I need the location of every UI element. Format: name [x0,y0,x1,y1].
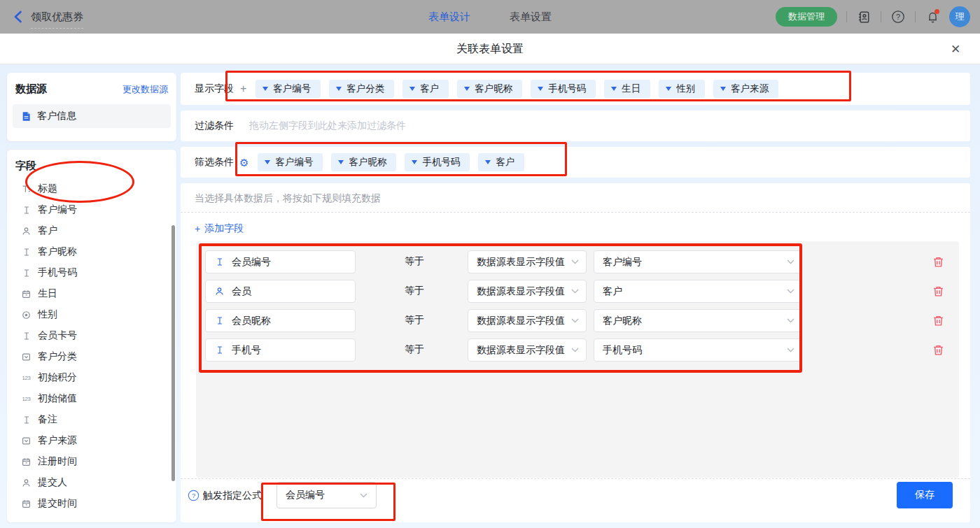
delete-rule-trash-icon[interactable] [932,285,944,297]
display-field-tag[interactable]: 生日 [604,80,650,98]
screen-condition-tag[interactable]: 客户昵称 [331,153,396,171]
chevron-down-icon [571,259,579,264]
notification-bell-icon[interactable] [925,9,940,24]
field-item[interactable]: 生日 [7,283,176,304]
screen-condition-tags: 客户编号客户昵称手机号码客户 [258,153,524,171]
screen-condition-tag[interactable]: 手机号码 [405,153,470,171]
rule-operator: 等于 [405,285,424,297]
display-field-tag[interactable]: 客户编号 [255,80,321,98]
datasource-item-selected[interactable]: 客户信息 [13,104,171,128]
field-item-label: 客户分类 [38,350,77,363]
field-item[interactable]: 客户 [7,220,176,241]
close-icon[interactable]: ✕ [948,41,963,57]
text-field-icon [21,331,31,341]
fields-list: 标题客户编号客户客户昵称手机号码生日性别会员卡号客户分类123初始积分123初始… [7,178,176,514]
tab-form-settings[interactable]: 表单设置 [510,10,552,24]
display-field-tag[interactable]: 客户来源 [713,80,778,98]
field-item[interactable]: 性别 [7,304,176,325]
screen-condition-tag[interactable]: 客户 [478,153,524,171]
form-title[interactable]: 领取优惠券 [31,10,83,24]
rule-target-field[interactable]: 会员 [205,280,356,303]
field-item[interactable]: 客户编号 [7,199,176,220]
rule-source-value: 数据源表显示字段值 [477,256,565,269]
field-item[interactable]: 注册时间 [7,451,176,472]
field-item[interactable]: 提交人 [7,472,176,493]
display-field-tag[interactable]: 性别 [659,80,705,98]
fields-scrollbar[interactable] [172,225,175,481]
data-manage-button[interactable]: 数据管理 [776,7,837,27]
field-item-label: 备注 [38,413,57,426]
trigger-formula-select[interactable]: 会员编号 [276,482,377,508]
add-field-button[interactable]: + 添加字段 [195,222,244,235]
rule-operator: 等于 [405,255,424,268]
help-icon[interactable]: ? [890,9,906,24]
rule-source-select[interactable]: 数据源表显示字段值 [468,309,587,332]
tag-label: 客户昵称 [349,156,386,169]
rule-value-select[interactable]: 手机号码 [594,338,802,362]
rule-target-field[interactable]: 会员编号 [205,250,356,273]
save-button[interactable]: 保存 [897,482,953,508]
user-field-icon [214,286,225,297]
display-field-tag[interactable]: 手机号码 [531,80,596,98]
field-item-label: 客户来源 [38,434,77,447]
field-item-label: 提交人 [38,476,67,489]
field-item[interactable]: 123初始储值 [7,388,176,409]
tag-label: 客户分类 [346,83,384,95]
rule-source-select[interactable]: 数据源表显示字段值 [468,250,587,273]
caret-down-icon [720,87,726,91]
caret-down-icon [262,87,268,91]
add-field-label: 添加字段 [204,222,244,235]
field-item[interactable]: 客户分类 [7,346,176,367]
display-field-tag[interactable]: 客户分类 [329,80,394,98]
caret-down-icon [611,87,617,91]
screen-condition-tag[interactable]: 客户编号 [258,153,323,171]
rule-target-field[interactable]: 手机号 [205,338,356,362]
field-item-label: 标题 [38,183,57,195]
tab-form-design[interactable]: 表单设计 [428,10,470,24]
fields-title: 字段 [7,150,176,178]
field-item[interactable]: 客户昵称 [7,241,176,262]
title-field-icon [21,184,31,194]
rule-source-select[interactable]: 数据源表显示字段值 [468,338,587,362]
rule-field-label: 手机号 [232,344,261,357]
rule-value-select[interactable]: 客户编号 [594,250,802,273]
field-item-label: 初始积分 [38,371,77,384]
add-display-field-button[interactable]: + [240,83,246,95]
delete-rule-trash-icon[interactable] [932,315,944,327]
date-field-icon [21,457,31,467]
change-datasource-link[interactable]: 更改数据源 [122,83,168,96]
tag-label: 客户昵称 [475,83,512,95]
divider [181,212,970,213]
filter-dropzone-placeholder[interactable]: 拖动左侧字段到此处来添加过滤条件 [249,120,406,132]
rule-target-field[interactable]: 会员昵称 [205,309,356,332]
field-item[interactable]: 会员卡号 [7,325,176,346]
rule-field-label: 会员编号 [232,256,271,269]
fill-rule-row: 会员编号等于数据源表显示字段值客户编号 [196,250,959,273]
display-field-tag[interactable]: 客户昵称 [457,80,522,98]
rule-value-select[interactable]: 客户昵称 [594,309,802,332]
fill-rule-row: 会员昵称等于数据源表显示字段值客户昵称 [196,309,959,332]
chevron-down-icon [571,289,579,294]
field-item[interactable]: 手机号码 [7,262,176,283]
rule-source-value: 数据源表显示字段值 [477,315,565,327]
back-button[interactable] [10,9,25,24]
field-item[interactable]: 备注 [7,409,176,430]
datasource-item-label: 客户信息 [37,110,76,122]
delete-rule-trash-icon[interactable] [932,256,944,268]
tag-label: 客户编号 [273,83,311,95]
field-item[interactable]: 客户来源 [7,430,176,451]
rule-source-select[interactable]: 数据源表显示字段值 [468,280,587,303]
rule-value-value: 客户昵称 [603,315,642,327]
gear-icon[interactable]: ⚙ [239,157,248,168]
field-item[interactable]: 提交时间 [7,493,176,514]
avatar[interactable]: 理 [949,6,970,27]
contacts-book-icon[interactable] [856,9,872,24]
field-item[interactable]: 标题 [7,178,176,199]
field-item[interactable]: 123初始积分 [7,367,176,388]
formula-help-icon[interactable]: ? [188,490,200,501]
display-field-tag[interactable]: 客户 [402,80,449,98]
rule-source-value: 数据源表显示字段值 [477,285,565,298]
field-item-label: 会员卡号 [38,329,77,342]
delete-rule-trash-icon[interactable] [932,344,944,356]
rule-value-select[interactable]: 客户 [594,280,802,303]
